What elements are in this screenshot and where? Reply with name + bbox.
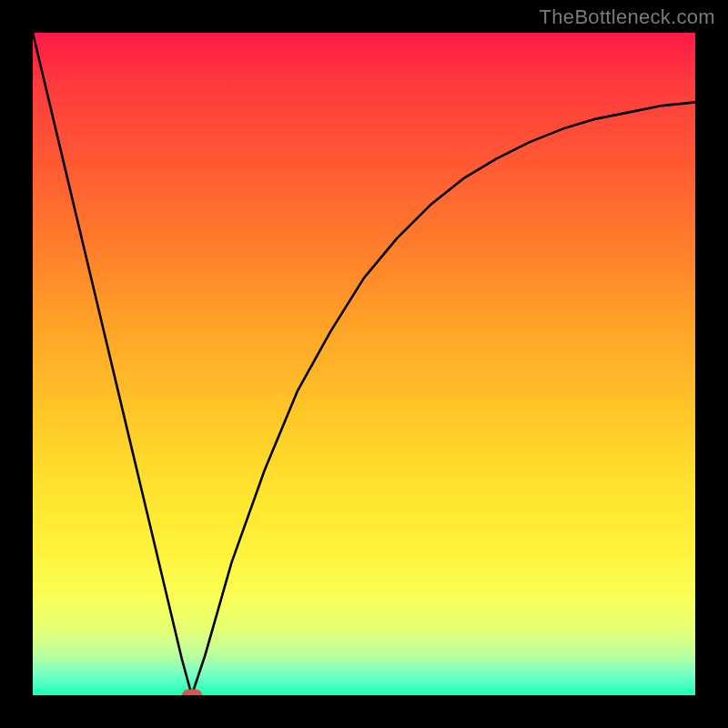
chart-frame: TheBottleneck.com — [0, 0, 728, 728]
optimum-marker — [182, 690, 202, 696]
bottleneck-curve — [33, 33, 695, 695]
plot-area — [33, 33, 695, 695]
attribution-label: TheBottleneck.com — [540, 5, 715, 29]
